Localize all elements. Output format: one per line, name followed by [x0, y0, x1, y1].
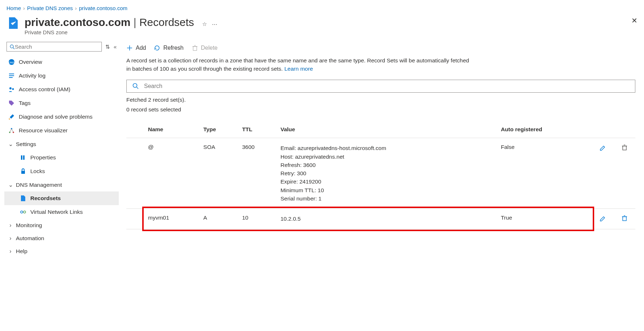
svg-line-1 [13, 48, 14, 49]
sidebar-item-activity[interactable]: Activity log [4, 69, 119, 83]
header-name[interactable]: Name [144, 121, 200, 138]
refresh-icon [154, 45, 160, 51]
expand-icon[interactable]: ⇅ [105, 44, 110, 50]
edit-button[interactable] [592, 138, 614, 209]
learn-more-link[interactable]: Learn more [284, 66, 313, 72]
cell-auto: False [497, 138, 592, 209]
add-button[interactable]: Add [126, 45, 146, 51]
svg-point-8 [12, 88, 14, 90]
row-checkbox[interactable] [126, 138, 144, 209]
sidebar-item-diagnose[interactable]: Diagnose and solve problems [4, 110, 119, 124]
row-checkbox[interactable] [126, 209, 144, 229]
favorite-star-icon[interactable]: ☆ [202, 21, 207, 27]
svg-point-18 [23, 211, 26, 213]
cell-type: SOA [200, 138, 238, 209]
svg-point-0 [10, 45, 13, 48]
table-row[interactable]: @SOA3600Email: azureprivatedns-host.micr… [126, 138, 635, 209]
svg-rect-4 [9, 74, 14, 74]
header-auto[interactable]: Auto registered [497, 121, 592, 138]
sidebar-item-label: Virtual Network Links [30, 209, 83, 215]
records-table: Name Type TTL Value Auto registered @SOA… [126, 121, 635, 229]
records-search[interactable] [126, 80, 635, 93]
sidebar-group-monitoring[interactable]: › Monitoring [4, 219, 119, 232]
sidebar-search-input[interactable] [15, 44, 99, 50]
sidebar-item-label: Properties [30, 154, 56, 161]
svg-rect-26 [623, 146, 626, 150]
main-content: Add Refresh Delete A record set is a col… [119, 38, 644, 258]
breadcrumb-sep: › [75, 5, 77, 11]
sidebar-group-label: Automation [16, 235, 44, 242]
dns-zone-icon [6, 16, 20, 30]
pencil-icon [599, 144, 606, 151]
cell-value: Email: azureprivatedns-host.microsoft.co… [277, 138, 497, 209]
sidebar-item-iam[interactable]: Access control (IAM) [4, 83, 119, 96]
sidebar-group-settings[interactable]: ⌄ Settings [4, 137, 119, 151]
cell-type: A [200, 209, 238, 229]
sidebar-group-help[interactable]: › Help [4, 245, 119, 258]
trash-icon [621, 215, 628, 222]
sidebar-group-label: Monitoring [16, 222, 42, 229]
sidebar-group-label: DNS Management [16, 182, 62, 188]
svg-rect-15 [23, 155, 25, 160]
records-search-input[interactable] [144, 83, 629, 89]
sidebar-item-tags[interactable]: Tags [4, 96, 119, 110]
collapse-sidebar-icon[interactable]: « [114, 44, 117, 50]
sidebar-item-label: Activity log [19, 72, 45, 79]
delete-row-button[interactable] [614, 209, 635, 229]
header-checkbox[interactable] [126, 121, 144, 138]
breadcrumb-current[interactable]: private.contoso.com [79, 5, 127, 11]
recordsets-icon [19, 195, 27, 202]
chevron-down-icon: ⌄ [8, 141, 13, 147]
cell-ttl: 10 [239, 209, 277, 229]
edit-button[interactable] [592, 209, 614, 229]
more-icon[interactable]: ⋯ [212, 21, 217, 27]
header-value[interactable]: Value [277, 121, 497, 138]
breadcrumb-home[interactable]: Home [6, 5, 21, 11]
sidebar: ⇅ « DNS Overview Activity log Access con… [0, 38, 119, 258]
svg-line-12 [10, 129, 12, 132]
properties-icon [19, 154, 27, 161]
fetched-count: Fetched 2 record set(s). [126, 95, 635, 105]
sidebar-item-properties[interactable]: Properties [4, 151, 119, 164]
toolbar-label: Add [136, 45, 146, 51]
sidebar-item-label: Resource visualizer [19, 127, 68, 134]
pencil-icon [599, 215, 606, 222]
sidebar-item-overview[interactable]: DNS Overview [4, 55, 119, 69]
delete-row-button[interactable] [614, 138, 635, 209]
tag-icon [8, 100, 15, 107]
search-icon [132, 83, 139, 89]
wrench-icon [8, 113, 15, 120]
sidebar-item-label: Recordsets [30, 195, 61, 202]
breadcrumb-zones[interactable]: Private DNS zones [27, 5, 73, 11]
svg-line-25 [137, 87, 139, 89]
header-type[interactable]: Type [200, 121, 238, 138]
toolbar-label: Refresh [163, 45, 183, 51]
sidebar-item-label: Locks [30, 168, 45, 175]
page-title: private.contoso.com [25, 16, 130, 28]
cell-ttl: 3600 [239, 138, 277, 209]
sidebar-search[interactable] [6, 42, 102, 52]
sidebar-item-recordsets[interactable]: Recordsets [4, 191, 119, 205]
table-row[interactable]: myvm01A1010.2.0.5True [126, 209, 635, 229]
chevron-right-icon: › [8, 222, 13, 229]
search-icon [10, 44, 15, 49]
sidebar-item-label: Overview [19, 59, 42, 65]
refresh-button[interactable]: Refresh [154, 45, 183, 51]
chevron-right-icon: › [8, 248, 13, 255]
toolbar-label: Delete [201, 45, 218, 51]
header-ttl[interactable]: TTL [239, 121, 277, 138]
sidebar-item-vnl[interactable]: Virtual Network Links [4, 205, 119, 219]
chevron-right-icon: › [8, 235, 13, 242]
breadcrumb-sep: › [23, 5, 25, 11]
svg-rect-16 [21, 171, 25, 174]
sidebar-group-automation[interactable]: › Automation [4, 232, 119, 245]
close-button[interactable]: ✕ [631, 16, 638, 25]
selected-count: 0 record sets selected [126, 105, 635, 115]
sidebar-item-locks[interactable]: Locks [4, 164, 119, 178]
description: A record set is a collection of records … [126, 56, 473, 73]
cell-auto: True [497, 209, 592, 229]
vnet-link-icon [19, 208, 27, 216]
sidebar-group-dns[interactable]: ⌄ DNS Management [4, 178, 119, 191]
sidebar-item-resviz[interactable]: Resource visualizer [4, 124, 119, 137]
page-subtitle: Private DNS zone [25, 29, 217, 35]
